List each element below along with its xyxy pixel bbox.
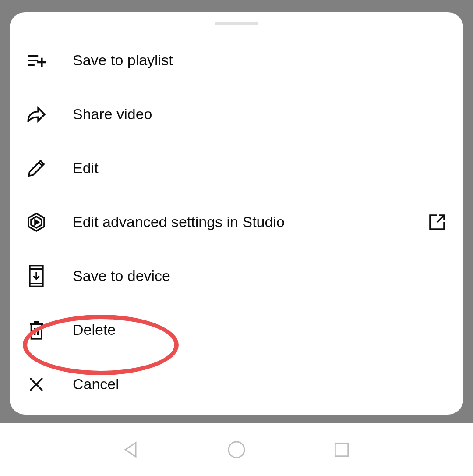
menu-label: Share video: [73, 106, 448, 123]
save-to-device-item[interactable]: Save to device: [10, 249, 463, 303]
pencil-icon: [25, 157, 47, 179]
share-icon: [25, 103, 47, 125]
system-nav-bar: [0, 423, 473, 476]
svg-rect-23: [335, 443, 348, 456]
svg-point-22: [229, 442, 244, 458]
recents-button[interactable]: [328, 437, 355, 463]
delete-item[interactable]: Delete: [10, 303, 463, 357]
close-icon: [25, 373, 47, 395]
playlist-add-icon: [25, 50, 47, 71]
svg-marker-8: [35, 220, 39, 224]
edit-advanced-item[interactable]: Edit advanced settings in Studio: [10, 195, 463, 249]
studio-icon: [25, 211, 47, 233]
back-button[interactable]: [118, 437, 145, 463]
menu-label: Delete: [73, 321, 448, 338]
home-button[interactable]: [223, 437, 250, 463]
drag-handle[interactable]: [215, 22, 258, 25]
trash-icon: [25, 319, 47, 341]
menu-label: Cancel: [73, 376, 448, 393]
download-device-icon: [25, 265, 47, 287]
menu-label: Edit advanced settings in Studio: [73, 213, 427, 231]
menu-label: Edit: [73, 160, 448, 177]
menu-label: Save to playlist: [73, 52, 448, 69]
edit-item[interactable]: Edit: [10, 141, 463, 195]
share-video-item[interactable]: Share video: [10, 87, 463, 141]
save-to-playlist-item[interactable]: Save to playlist: [10, 33, 463, 87]
bottom-sheet: Save to playlist Share video Edit E: [10, 12, 463, 415]
svg-line-9: [437, 215, 444, 222]
cancel-item[interactable]: Cancel: [10, 357, 463, 411]
external-link-icon: [427, 212, 448, 233]
menu-label: Save to device: [73, 267, 448, 284]
svg-marker-21: [125, 443, 136, 457]
svg-rect-14: [31, 324, 41, 338]
